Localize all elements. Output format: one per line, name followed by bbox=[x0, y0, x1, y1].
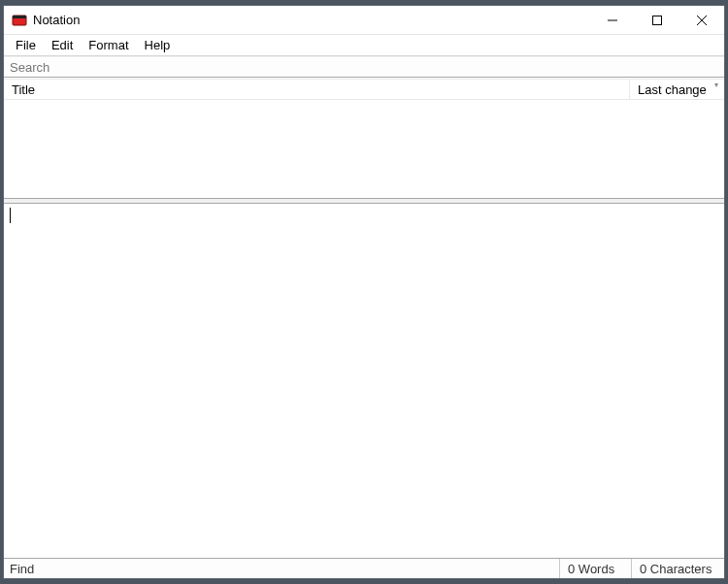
notes-list-body[interactable] bbox=[4, 100, 724, 198]
titlebar[interactable]: Notation bbox=[4, 6, 724, 35]
search-input[interactable] bbox=[4, 58, 724, 77]
menu-help[interactable]: Help bbox=[137, 36, 179, 54]
editor-pane bbox=[4, 204, 724, 558]
window-controls bbox=[590, 6, 724, 34]
column-header-title-label: Title bbox=[12, 82, 35, 97]
status-find[interactable]: Find bbox=[4, 559, 559, 578]
maximize-button[interactable] bbox=[635, 6, 679, 34]
sort-indicator-icon: ▾ bbox=[714, 81, 718, 89]
menu-edit[interactable]: Edit bbox=[44, 36, 81, 54]
text-caret bbox=[10, 208, 11, 223]
window-title: Notation bbox=[33, 13, 590, 27]
menu-format[interactable]: Format bbox=[81, 36, 136, 54]
status-word-count-label: 0 Words bbox=[568, 562, 614, 576]
column-header-last-change[interactable]: Last change ▾ bbox=[629, 80, 724, 99]
svg-rect-3 bbox=[653, 16, 662, 24]
app-window: Notation File Edit Format Help Title bbox=[3, 5, 725, 579]
column-header-title[interactable]: Title bbox=[4, 80, 629, 99]
statusbar: Find 0 Words 0 Characters bbox=[4, 558, 724, 578]
notes-list-pane: Title Last change ▾ bbox=[4, 78, 724, 198]
status-char-count: 0 Characters bbox=[631, 559, 724, 578]
search-bar bbox=[4, 56, 724, 78]
app-icon bbox=[12, 13, 27, 28]
status-char-count-label: 0 Characters bbox=[640, 562, 711, 576]
menu-file[interactable]: File bbox=[8, 36, 44, 54]
column-header-last-change-label: Last change bbox=[638, 82, 707, 97]
svg-rect-1 bbox=[13, 16, 26, 18]
status-word-count: 0 Words bbox=[559, 559, 631, 578]
menubar: File Edit Format Help bbox=[4, 35, 724, 56]
note-editor[interactable] bbox=[4, 204, 724, 558]
minimize-button[interactable] bbox=[590, 6, 635, 34]
close-button[interactable] bbox=[679, 6, 724, 34]
status-find-label: Find bbox=[10, 562, 34, 576]
list-header: Title Last change ▾ bbox=[4, 79, 724, 100]
